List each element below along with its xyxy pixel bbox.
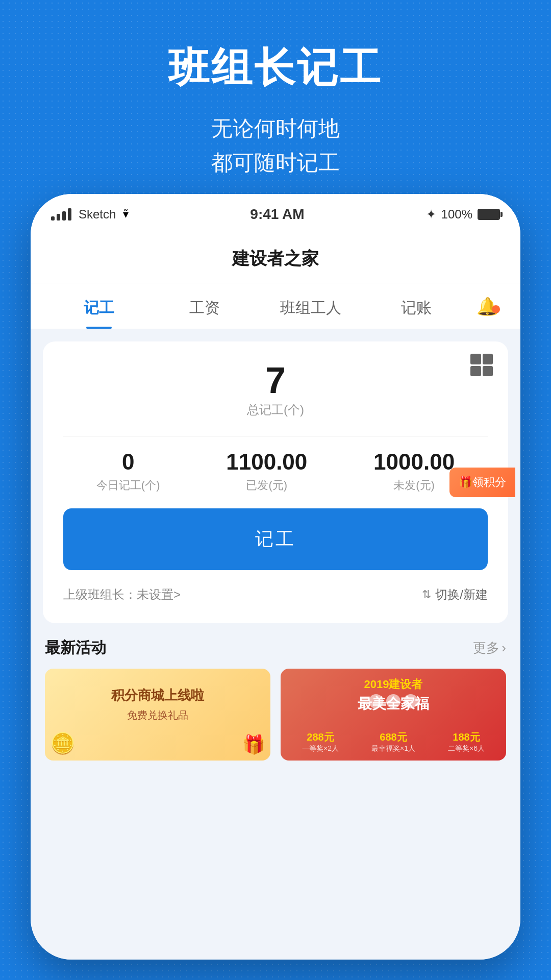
price-item-3: 188元 二等奖×6人 — [448, 730, 485, 753]
unpaid-amount-stat: 1000.00 未发(元) — [373, 449, 455, 493]
price-label-1: 一等奖×2人 — [302, 744, 339, 753]
card-footer: 上级班组长：未设置> ⇅ 切换/新建 — [63, 584, 488, 603]
notification-bell[interactable]: 🔔 — [469, 296, 505, 316]
stats-card: 7 总记工(个) 🎁领积分 0 今日记工(个) 1100.00 已发(元) — [43, 341, 508, 623]
total-record-section: 7 总记工(个) — [63, 357, 488, 421]
price-value-2: 688元 — [371, 730, 415, 744]
activities-title: 最新活动 — [45, 638, 106, 658]
price-item-2: 688元 最幸福奖×1人 — [371, 730, 415, 753]
phone-mockup: Sketch ▾̃ 9:41 AM ✦ 100% 建设者之家 记工 工资 班组工… — [31, 194, 520, 960]
today-records-stat: 0 今日记工(个) — [96, 449, 160, 493]
wifi-icon: ▾̃ — [123, 208, 129, 221]
activities-section: 最新活动 更多 › 积分商城上线啦 免费兑换礼品 🪙 🎁 — [43, 638, 508, 761]
stats-row: 0 今日记工(个) 1100.00 已发(元) 1000.00 未发(元) — [63, 436, 488, 493]
unpaid-amount-label: 未发(元) — [373, 478, 455, 493]
unpaid-amount-value: 1000.00 — [373, 449, 455, 475]
people-silhouette — [281, 694, 506, 708]
record-button[interactable]: 记工 — [63, 508, 488, 570]
paid-amount-stat: 1100.00 已发(元) — [226, 449, 307, 493]
status-time: 9:41 AM — [250, 206, 304, 223]
price-item-1: 288元 一等奖×2人 — [302, 730, 339, 753]
status-right: ✦ 100% — [426, 207, 500, 222]
paid-amount-label: 已发(元) — [226, 478, 307, 493]
price-label-3: 二等奖×6人 — [448, 744, 485, 753]
chevron-right-icon: › — [502, 640, 506, 656]
nav-tabs: 记工 工资 班组工人 记账 🔔 — [31, 283, 520, 329]
price-label-2: 最幸福奖×1人 — [371, 744, 415, 753]
activity-card-points-shop[interactable]: 积分商城上线啦 免费兑换礼品 🪙 🎁 — [45, 669, 270, 761]
battery-percent: 100% — [441, 207, 472, 222]
battery-icon — [478, 209, 500, 220]
page-title: 班组长记工 — [20, 41, 531, 96]
tab-record[interactable]: 记工 — [46, 283, 152, 329]
switch-icon: ⇅ — [422, 588, 431, 601]
claim-points-button[interactable]: 🎁领积分 — [449, 468, 515, 497]
price-value-3: 188元 — [448, 730, 485, 744]
points-shop-title: 积分商城上线啦 — [55, 687, 260, 704]
app-header: 建设者之家 — [31, 235, 520, 283]
switch-button[interactable]: ⇅ 切换/新建 — [422, 586, 488, 603]
family-year: 2019建设者 — [289, 677, 498, 692]
paid-amount-value: 1100.00 — [226, 449, 307, 475]
tab-workers[interactable]: 班组工人 — [258, 283, 364, 329]
supervisor-label[interactable]: 上级班组长：未设置> — [63, 586, 181, 603]
coin-decoration-right: 🎁 — [242, 734, 265, 755]
switch-label: 切换/新建 — [435, 586, 488, 603]
carrier-label: Sketch — [79, 207, 116, 222]
tab-ledger[interactable]: 记账 — [364, 283, 470, 329]
tab-salary[interactable]: 工资 — [152, 283, 258, 329]
notification-dot — [492, 305, 500, 313]
app-title: 建设者之家 — [51, 247, 500, 271]
total-records-label: 总记工(个) — [63, 402, 488, 418]
activity-cards: 积分商城上线啦 免费兑换礼品 🪙 🎁 2019建设者 最美全家福 — [45, 669, 506, 761]
status-bar: Sketch ▾̃ 9:41 AM ✦ 100% — [31, 194, 520, 235]
total-records-value: 7 — [63, 362, 488, 399]
activity-card-family[interactable]: 2019建设者 最美全家福 288元 一等奖×2人 — [281, 669, 506, 761]
today-records-value: 0 — [96, 449, 160, 475]
main-content: 7 总记工(个) 🎁领积分 0 今日记工(个) 1100.00 已发(元) — [31, 329, 520, 761]
phone-screen: Sketch ▾̃ 9:41 AM ✦ 100% 建设者之家 记工 工资 班组工… — [31, 194, 520, 960]
points-shop-subtitle: 免费兑换礼品 — [55, 708, 260, 722]
bluetooth-icon: ✦ — [426, 207, 436, 222]
signal-bars-icon — [51, 208, 71, 220]
page-subtitle: 无论何时何地 都可随时记工 — [20, 111, 531, 180]
family-prices: 288元 一等奖×2人 688元 最幸福奖×1人 188元 二等奖×6人 — [281, 730, 506, 753]
status-left: Sketch ▾̃ — [51, 207, 129, 222]
coin-decoration-left: 🪙 — [50, 731, 76, 755]
today-records-label: 今日记工(个) — [96, 478, 160, 493]
activities-header: 最新活动 更多 › — [45, 638, 506, 658]
price-value-1: 288元 — [302, 730, 339, 744]
more-activities-link[interactable]: 更多 › — [473, 639, 506, 657]
qr-code-icon[interactable] — [470, 354, 493, 376]
